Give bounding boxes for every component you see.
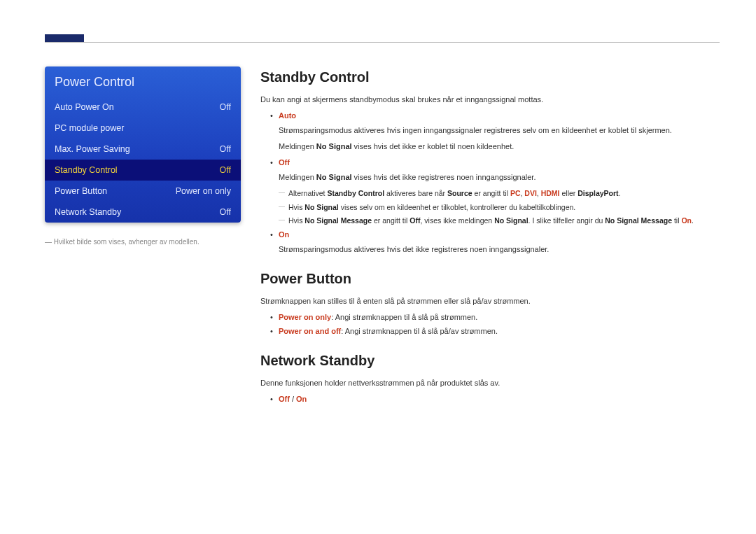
note-1: Alternativet Standby Control aktiveres b… (279, 188, 720, 199)
menu-item-label: PC module power (55, 123, 124, 133)
standby-list: Auto (270, 110, 720, 122)
em: PC (510, 189, 521, 197)
em: DVI (524, 189, 537, 197)
text: aktiveres bare når (384, 189, 447, 197)
text: til (672, 216, 681, 225)
text: Meldingen (279, 142, 316, 150)
text: : Angi strømknappen til å slå på/av strø… (341, 327, 498, 335)
standby-auto-item: Auto (270, 110, 720, 122)
menu-item-value: Off (220, 207, 231, 217)
heading-network-standby: Network Standby (260, 350, 720, 372)
off-label: Off (279, 158, 290, 167)
note-2: Hvis No Signal vises selv om en kildeenh… (279, 202, 720, 213)
menu-item-value: Off (220, 102, 231, 112)
text: eller (560, 189, 578, 197)
network-standby-intro: Denne funksjonen holder nettverksstrømme… (260, 377, 720, 389)
standby-intro: Du kan angi at skjermens standbymodus sk… (260, 94, 720, 106)
menu-title: Power Control (45, 66, 241, 97)
page-content: Power Control Auto Power On Off PC modul… (45, 66, 720, 408)
power-button-intro: Strømknappen kan stilles til å enten slå… (260, 295, 720, 307)
text: Meldingen (279, 173, 316, 181)
menu-item-network-standby[interactable]: Network Standby Off (45, 202, 241, 223)
on-em: On (296, 395, 307, 403)
menu-card: Power Control Auto Power On Off PC modul… (45, 66, 241, 223)
menu-item-label: Auto Power On (55, 102, 114, 112)
text: vises hvis det ikke er koblet til noen k… (352, 142, 514, 150)
network-standby-options: Off / On (270, 393, 720, 405)
standby-off-item: Off (270, 157, 720, 169)
left-column: Power Control Auto Power On Off PC modul… (45, 66, 241, 408)
bold: No Signal (494, 216, 528, 225)
auto-desc-1: Strømsparingsmodus aktiveres hvis ingen … (279, 125, 720, 136)
em: On (681, 216, 692, 225)
text: , vises ikke meldingen (421, 216, 495, 225)
text: vises selv om en kildeenhet er tilkoblet… (339, 203, 576, 211)
em: HDMI (541, 189, 560, 197)
text: . (619, 189, 621, 197)
text: Hvis (288, 216, 304, 225)
no-signal-bold: No Signal (316, 142, 352, 150)
no-signal-bold: No Signal (316, 173, 352, 181)
on-label: On (279, 230, 289, 239)
header-rule (45, 42, 720, 43)
menu-item-value: Off (220, 165, 231, 175)
on-desc: Strømsparingsmodus aktiveres hvis det ik… (279, 244, 720, 255)
text: . (692, 216, 694, 225)
bold: No Signal Message (605, 216, 672, 225)
power-on-and-off-item: Power on and off: Angi strømknappen til … (270, 325, 720, 337)
bold: Off (410, 216, 420, 225)
off-desc: Meldingen No Signal vises hvis det ikke … (279, 171, 720, 183)
standby-on-item: On (270, 229, 720, 241)
menu-item-pc-module-power[interactable]: PC module power (45, 118, 241, 139)
menu-item-label: Network Standby (55, 207, 121, 217)
text: er angitt til (472, 189, 510, 197)
text: . I slike tilfeller angir du (528, 216, 606, 225)
menu-item-value: Power on only (176, 186, 231, 196)
auto-label: Auto (279, 111, 296, 120)
standby-list-off: Off (270, 157, 720, 169)
standby-notes: Alternativet Standby Control aktiveres b… (279, 188, 720, 226)
header-accent (45, 34, 84, 42)
auto-desc-2: Meldingen No Signal vises hvis det ikke … (279, 141, 720, 153)
power-button-list: Power on only: Angi strømknappen til å s… (270, 311, 720, 337)
menu-item-value: Off (220, 144, 231, 154)
sep: / (290, 395, 296, 403)
em: Power on and off (279, 327, 341, 335)
heading-standby-control: Standby Control (260, 66, 720, 88)
note-3: Hvis No Signal Message er angitt til Off… (279, 215, 720, 226)
bold: No Signal Message (304, 216, 372, 225)
text: Alternativet (288, 189, 327, 197)
menu-item-label: Max. Power Saving (55, 144, 130, 154)
standby-list-on: On (270, 229, 720, 241)
menu-item-power-button[interactable]: Power Button Power on only (45, 181, 241, 202)
text: vises hvis det ikke registreres noen inn… (352, 173, 536, 181)
menu-item-max-power-saving[interactable]: Max. Power Saving Off (45, 139, 241, 160)
bold: Source (447, 189, 472, 197)
heading-power-button: Power Button (260, 268, 720, 290)
footnote-text: Hvilket bilde som vises, avhenger av mod… (54, 238, 200, 246)
menu-item-auto-power-on[interactable]: Auto Power On Off (45, 97, 241, 118)
menu-item-label: Power Button (55, 186, 107, 196)
text: : Angi strømknappen til å slå på strømme… (331, 313, 477, 321)
bold: Standby Control (327, 189, 384, 197)
bold: DisplayPort (578, 189, 618, 197)
power-on-only-item: Power on only: Angi strømknappen til å s… (270, 311, 720, 323)
menu-item-label: Standby Control (55, 165, 118, 175)
main-content: Standby Control Du kan angi at skjermens… (260, 66, 720, 408)
menu-footnote: ― Hvilket bilde som vises, avhenger av m… (45, 237, 241, 247)
bold: No Signal (304, 203, 338, 211)
text: Hvis (288, 203, 304, 211)
menu-item-standby-control[interactable]: Standby Control Off (45, 160, 241, 181)
off-em: Off (279, 395, 290, 403)
network-standby-list: Off / On (270, 393, 720, 405)
em: Power on only (279, 313, 331, 321)
text: er angitt til (372, 216, 410, 225)
footnote-dash-icon: ― (45, 238, 52, 246)
